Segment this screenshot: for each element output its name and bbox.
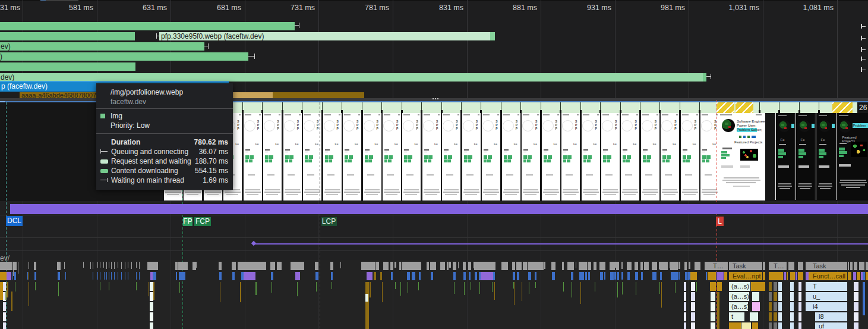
svg-text:T…: T… (774, 262, 784, 270)
svg-text:(a…s): (a…s) (731, 293, 749, 300)
svg-text:i8: i8 (819, 313, 824, 320)
svg-text:Task: Task (733, 262, 746, 270)
svg-text:(a…s): (a…s) (731, 283, 749, 290)
svg-text:(a…s): (a…s) (731, 303, 749, 310)
svg-text:Eval…ript: Eval…ript (733, 272, 761, 280)
svg-text:Funct…call: Funct…call (813, 272, 845, 280)
svg-text:T: T (813, 283, 817, 290)
svg-text:t: t (731, 313, 733, 320)
svg-text:uf: uf (819, 322, 825, 329)
svg-text:Task: Task (813, 262, 826, 270)
svg-text:u_: u_ (813, 293, 820, 300)
svg-text:i4: i4 (813, 303, 818, 310)
svg-text:T…: T… (713, 262, 724, 270)
